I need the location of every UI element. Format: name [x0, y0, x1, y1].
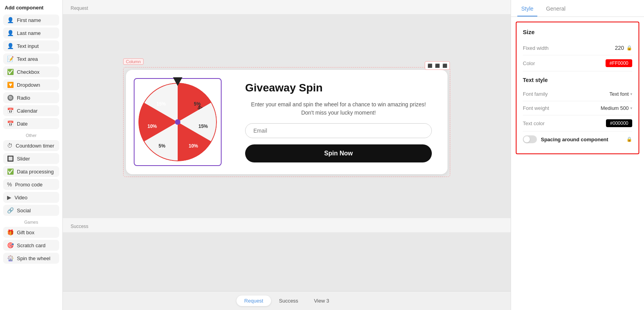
sidebar-item-label: Date [17, 121, 27, 127]
sidebar-item-radio[interactable]: 🔘 Radio [3, 92, 59, 103]
date-icon: 📅 [7, 120, 14, 127]
chevron-down-icon: ▾ [630, 92, 632, 96]
spacing-toggle[interactable] [523, 135, 537, 143]
sidebar-item-label: Text input [17, 43, 39, 49]
gift-icon: 🎁 [7, 229, 14, 235]
svg-text:15%: 15% [198, 124, 208, 129]
tab-success[interactable]: Success [271, 295, 306, 306]
giveaway-title: Giveaway Spin [245, 82, 432, 94]
sidebar-item-label: Radio [17, 95, 30, 101]
sidebar-item-slider[interactable]: 🔲 Slider [3, 153, 59, 164]
sidebar-item-text-area[interactable]: 📝 Text area [3, 53, 59, 64]
timer-icon: ⏱ [7, 142, 13, 149]
email-input[interactable] [245, 123, 432, 138]
font-family-label: Font family [523, 91, 548, 97]
sidebar-item-scratch-card[interactable]: 🎯 Scratch card [3, 240, 59, 251]
sidebar-item-dropdown[interactable]: 🔽 Dropdown [3, 79, 59, 90]
text-style-title: Text style [523, 77, 632, 83]
spacing-toggle-wrap: Spacing around component [523, 135, 608, 143]
text-color-row: Text color #000000 [523, 115, 632, 131]
promo-icon: % [7, 181, 12, 188]
wheel-side: 5% 15% [126, 70, 229, 174]
textarea-icon: 📝 [7, 56, 14, 62]
sidebar-item-last-name[interactable]: 👤 Last name [3, 27, 59, 38]
right-panel-content: Size Fixed width 220 🔒 Color #FF0000 Tex… [516, 22, 639, 154]
fixed-width-row: Fixed width 220 🔒 [523, 41, 632, 55]
scratch-icon: 🎯 [7, 242, 14, 248]
font-family-value[interactable]: Text font [609, 91, 629, 97]
sidebar-item-label: Countdown timer [16, 143, 54, 149]
calendar-icon: 📅 [7, 108, 14, 114]
sidebar-item-label: Slider [17, 156, 30, 162]
wheel-icon: 🎡 [7, 255, 14, 261]
color-row: Color #FF0000 [523, 55, 632, 71]
info-side: Giveaway Spin Enter your email and spin … [229, 70, 448, 174]
data-icon: ✅ [7, 168, 14, 175]
sidebar-item-label: First name [17, 17, 41, 23]
sidebar-item-label: Dropdown [17, 82, 40, 88]
tab-style[interactable]: Style [517, 0, 537, 16]
right-panel-tabs: Style General [511, 0, 644, 17]
sidebar-item-promo-code[interactable]: % Promo code [3, 179, 59, 190]
bottom-tabs: Request Success View 3 [63, 291, 511, 310]
svg-text:10%: 10% [147, 124, 157, 129]
fixed-width-value-wrap: 220 🔒 [615, 45, 632, 51]
social-icon: 🔗 [7, 207, 14, 213]
font-family-row: Font family Text font ▾ [523, 87, 632, 101]
tab-request[interactable]: Request [236, 295, 271, 306]
fixed-width-label: Fixed width [523, 45, 549, 51]
spin-button[interactable]: Spin Now [245, 144, 432, 162]
person-icon: 👤 [7, 17, 14, 23]
sidebar-item-text-input[interactable]: 👤 Text input [3, 40, 59, 51]
request-section-label: Request [63, 0, 511, 14]
section-games-label: Games [3, 220, 59, 224]
wheel-center-dot [175, 119, 180, 125]
text-color-label: Text color [523, 120, 545, 126]
right-panel: Style General Size Fixed width 220 🔒 Col… [511, 0, 644, 310]
text-color-swatch[interactable]: #000000 [606, 119, 632, 127]
tab-general[interactable]: General [542, 0, 569, 16]
color-swatch[interactable]: #FF0000 [606, 59, 632, 67]
svg-text:5%: 5% [158, 143, 166, 149]
font-weight-value[interactable]: Medium 500 [600, 105, 629, 111]
font-weight-label: Font weight [523, 105, 549, 111]
sidebar-item-gift-box[interactable]: 🎁 Gift box [3, 227, 59, 238]
success-section-label: Success [63, 218, 511, 232]
fixed-width-value[interactable]: 220 [615, 45, 624, 51]
text-icon: 👤 [7, 43, 14, 49]
toolbar-align-center[interactable]: ⬛ [434, 62, 440, 69]
sidebar-item-video[interactable]: ▶ Video [3, 192, 59, 203]
wheel-container: 5% 15% [134, 78, 222, 166]
sidebar-item-label: Text area [17, 56, 38, 62]
sidebar-item-calendar[interactable]: 📅 Calendar [3, 105, 59, 116]
sidebar-item-label: Promo code [15, 182, 42, 188]
lock-icon: 🔒 [626, 45, 632, 51]
giveaway-description: Enter your email and spin the wheel for … [245, 100, 432, 117]
toolbar-align-right[interactable]: ⬛ [442, 62, 448, 69]
font-family-value-wrap: Text font ▾ [609, 91, 632, 97]
sidebar-item-label: Spin the wheel [17, 255, 50, 261]
sidebar-title: Add component [3, 5, 59, 15]
widget-toolbar: ⬛ ⬛ ⬛ [425, 61, 450, 70]
sidebar-item-label: Social [17, 208, 31, 213]
column-label: Column [123, 58, 144, 65]
sidebar-item-first-name[interactable]: 👤 First name [3, 15, 59, 26]
sidebar-item-data-processing[interactable]: ✅ Data processing [3, 166, 59, 177]
left-sidebar: Add component 👤 First name 👤 Last name 👤… [0, 0, 63, 310]
wheel-pointer [173, 77, 182, 86]
main-canvas: Request Column ⬛ ⬛ ⬛ [63, 0, 511, 310]
person-icon: 👤 [7, 30, 14, 36]
toolbar-align-left[interactable]: ⬛ [427, 62, 433, 69]
checkbox-icon: ✅ [7, 69, 14, 75]
sidebar-item-checkbox[interactable]: ✅ Checkbox [3, 66, 59, 77]
wheel-svg-wrap: 5% 15% [138, 83, 217, 161]
font-weight-row: Font weight Medium 500 ▾ [523, 101, 632, 115]
sidebar-item-countdown-timer[interactable]: ⏱ Countdown timer [3, 140, 59, 151]
sidebar-item-social[interactable]: 🔗 Social [3, 205, 59, 216]
tab-view3[interactable]: View 3 [306, 295, 337, 306]
sidebar-item-spin-the-wheel[interactable]: 🎡 Spin the wheel [3, 253, 59, 264]
font-weight-value-wrap: Medium 500 ▾ [600, 105, 632, 111]
color-label: Color [523, 60, 535, 66]
sidebar-item-date[interactable]: 📅 Date [3, 118, 59, 129]
video-icon: ▶ [7, 194, 11, 201]
